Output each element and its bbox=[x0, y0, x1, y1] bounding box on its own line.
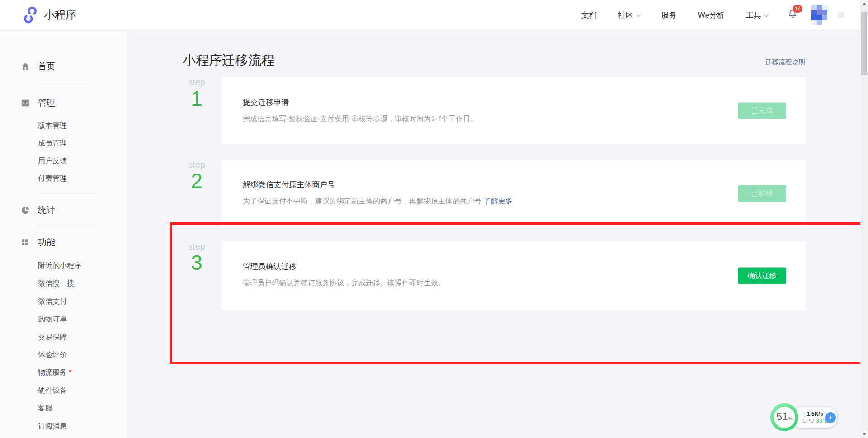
sidebar-item-hardware-devices[interactable]: 硬件设备 bbox=[0, 381, 127, 399]
sidebar-item-user-feedback[interactable]: 用户反馈 bbox=[0, 152, 127, 170]
features-sublist: 附近的小程序 微信搜一搜 微信支付 购物订单 交易保障 体验评价 物流服务 硬件… bbox=[0, 257, 127, 435]
step-3-description: 管理员扫码确认并签订服务协议，完成迁移。该操作即时生效。 bbox=[243, 278, 445, 288]
grid-icon bbox=[20, 237, 30, 247]
sidebar-item-version-management[interactable]: 版本管理 bbox=[0, 117, 127, 134]
brand-logo[interactable]: 小程序 bbox=[22, 6, 76, 24]
step-2-title: 解绑微信支付原主体商户号 bbox=[243, 179, 335, 190]
memory-usage-ball[interactable]: 51 % bbox=[770, 403, 798, 431]
step-2-card: 解绑微信支付原主体商户号 为了保证支付不中断，建议先绑定新主体的商户号，再解绑原… bbox=[222, 160, 806, 227]
sidebar-divider bbox=[38, 85, 93, 85]
nav-services[interactable]: 服务 bbox=[661, 10, 677, 20]
sidebar-divider bbox=[38, 225, 93, 225]
step-2-description: 为了保证支付不中断，建议先绑定新主体的商户号，再解绑原主体的商户号 了解更多 bbox=[243, 197, 512, 206]
learn-more-link[interactable]: 了解更多 bbox=[483, 197, 512, 205]
page-title: 小程序迁移流程 bbox=[183, 52, 274, 70]
scroll-up-arrow[interactable] bbox=[860, 0, 868, 8]
tray-icon bbox=[20, 98, 30, 108]
sidebar-item-nearby-miniprograms[interactable]: 附近的小程序 bbox=[0, 257, 127, 274]
memory-percent: 51 bbox=[776, 412, 788, 422]
step-3-title: 管理员确认迁移 bbox=[243, 261, 297, 272]
memory-percent-unit: % bbox=[788, 416, 793, 421]
main-content: 小程序迁移流程 迁移流程说明 step 1 提交迁移申请 完成信息填写-授权验证… bbox=[128, 30, 860, 438]
step-3-indicator: step 3 bbox=[183, 241, 211, 274]
sidebar-item-wechat-search[interactable]: 微信搜一搜 bbox=[0, 274, 127, 292]
sidebar-item-statistics[interactable]: 统计 bbox=[0, 199, 127, 221]
app-window: 小程序 文档 社区 服务 We分析 工具 17 bbox=[0, 0, 868, 438]
sidebar-item-shopping-orders[interactable]: 购物订单 bbox=[0, 310, 127, 328]
chevron-down-icon bbox=[764, 12, 769, 17]
top-nav: 文档 社区 服务 We分析 工具 17 bbox=[560, 5, 844, 25]
upload-arrow-icon: ↑ bbox=[802, 411, 805, 417]
header-misc-box bbox=[838, 12, 844, 18]
step-1-title: 提交迁移申请 bbox=[243, 97, 289, 108]
page-scrollbar[interactable] bbox=[860, 0, 868, 438]
sidebar: 首页 管理 版本管理 成员管理 用户反馈 付费管理 bbox=[0, 31, 128, 438]
cpu-label: CPU bbox=[802, 418, 814, 424]
step-1-card: 提交迁移申请 完成信息填写-授权验证-支付费用-审核等步骤，审核时间为1-7个工… bbox=[222, 77, 806, 144]
sidebar-item-subscription-messages[interactable]: 订阅消息 bbox=[0, 417, 127, 435]
sidebar-divider bbox=[38, 193, 93, 194]
sidebar-item-transaction-guarantee[interactable]: 交易保障 bbox=[0, 328, 127, 346]
sidebar-item-management[interactable]: 管理 bbox=[0, 92, 127, 114]
step-number: 1 bbox=[183, 87, 211, 110]
pie-chart-icon bbox=[20, 205, 30, 215]
sidebar-item-wechat-pay[interactable]: 微信支付 bbox=[0, 292, 127, 310]
step-1-description: 完成信息填写-授权验证-支付费用-审核等步骤，审核时间为1-7个工作日。 bbox=[243, 114, 477, 124]
sidebar-item-member-management[interactable]: 成员管理 bbox=[0, 134, 127, 152]
step-2-indicator: step 2 bbox=[183, 160, 211, 192]
nav-community[interactable]: 社区 bbox=[618, 10, 640, 20]
scroll-down-arrow[interactable] bbox=[860, 430, 868, 438]
miniprogram-logo-icon bbox=[22, 6, 38, 24]
nav-tools[interactable]: 工具 bbox=[746, 10, 768, 20]
step-number: 3 bbox=[183, 251, 211, 274]
notifications-button[interactable]: 17 bbox=[787, 9, 798, 21]
sidebar-item-features[interactable]: 功能 bbox=[0, 231, 127, 253]
step-number: 2 bbox=[183, 170, 211, 192]
sidebar-item-experience-review[interactable]: 体验评价 bbox=[0, 346, 127, 363]
step-1-status-button: 已完成 bbox=[738, 102, 786, 119]
step-3-card: 管理员确认迁移 管理员扫码确认并签订服务协议，完成迁移。该操作即时生效。 确认迁… bbox=[222, 241, 806, 310]
scrollbar-thumb[interactable] bbox=[861, 12, 867, 75]
step-2-status-button: 已解绑 bbox=[738, 185, 786, 202]
management-sublist: 版本管理 成员管理 用户反馈 付费管理 bbox=[0, 117, 127, 187]
new-badge-dot bbox=[69, 370, 71, 372]
migration-help-link[interactable]: 迁移流程说明 bbox=[765, 58, 806, 66]
chevron-down-icon bbox=[636, 12, 641, 17]
step-1-indicator: step 1 bbox=[183, 77, 211, 110]
sidebar-item-home[interactable]: 首页 bbox=[0, 56, 127, 77]
nav-we-analysis[interactable]: We分析 bbox=[698, 10, 725, 20]
home-icon bbox=[20, 61, 30, 71]
confirm-migration-button[interactable]: 确认迁移 bbox=[738, 268, 786, 284]
sidebar-item-customer-service[interactable]: 客服 bbox=[0, 399, 127, 417]
accelerate-plus-button[interactable]: + bbox=[825, 412, 836, 423]
nav-docs[interactable]: 文档 bbox=[581, 10, 597, 20]
sidebar-item-payment-management[interactable]: 付费管理 bbox=[0, 170, 127, 187]
upload-speed: 1.5K/s bbox=[807, 411, 823, 417]
avatar[interactable] bbox=[811, 5, 832, 25]
sidebar-item-logistics-service[interactable]: 物流服务 bbox=[0, 363, 127, 381]
logo-label: 小程序 bbox=[44, 8, 76, 22]
notification-count-badge: 17 bbox=[793, 5, 802, 13]
top-header: 小程序 文档 社区 服务 We分析 工具 17 bbox=[0, 0, 868, 30]
